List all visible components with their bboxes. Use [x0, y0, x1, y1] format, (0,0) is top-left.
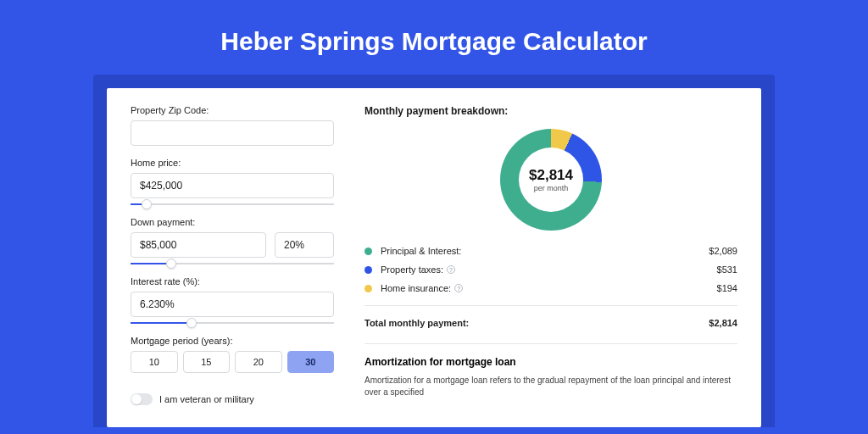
veteran-field: I am veteran or military — [131, 393, 334, 405]
info-icon[interactable]: ? — [447, 265, 455, 274]
price-input[interactable] — [131, 173, 334, 198]
period-option-30[interactable]: 30 — [287, 351, 335, 373]
legend-label-principal: Principal & Interest: — [381, 246, 709, 256]
legend-value-taxes: $531 — [717, 264, 737, 275]
legend-value-principal: $2,089 — [709, 246, 737, 256]
rate-label: Interest rate (%): — [131, 276, 334, 287]
down-label: Down payment: — [131, 217, 334, 227]
breakdown-column: Monthly payment breakdown: $2,814 per mo… — [364, 105, 737, 427]
donut-value: $2,814 — [529, 167, 573, 184]
veteran-toggle[interactable] — [131, 393, 153, 405]
down-percent-input[interactable] — [275, 232, 334, 258]
legend: Principal & Interest: $2,089 Property ta… — [364, 246, 737, 328]
down-field: Down payment: — [131, 217, 334, 264]
period-option-20[interactable]: 20 — [235, 351, 282, 373]
slider-thumb-icon[interactable] — [166, 259, 176, 269]
info-icon[interactable]: ? — [454, 284, 463, 292]
donut-chart: $2,814 per month — [364, 129, 737, 231]
down-slider[interactable] — [131, 263, 334, 264]
donut-sublabel: per month — [534, 184, 569, 192]
period-field: Mortgage period (years): 10 15 20 30 — [131, 336, 334, 373]
rate-input[interactable] — [131, 292, 334, 317]
price-field: Home price: — [131, 158, 334, 205]
dot-icon — [364, 248, 372, 255]
breakdown-title: Monthly payment breakdown: — [364, 105, 737, 117]
legend-label-insurance: Home insurance: ? — [381, 283, 717, 293]
period-option-10[interactable]: 10 — [131, 351, 178, 373]
card-backdrop: Property Zip Code: Home price: Down paym… — [93, 75, 775, 427]
price-label: Home price: — [131, 158, 334, 168]
legend-label-total: Total monthly payment: — [364, 318, 709, 328]
dot-icon — [364, 266, 372, 274]
rate-slider[interactable] — [131, 322, 334, 324]
period-label: Mortgage period (years): — [131, 336, 334, 346]
legend-value-insurance: $194 — [717, 283, 737, 293]
price-slider[interactable] — [131, 203, 334, 205]
amortization-section: Amortization for mortgage loan Amortizat… — [364, 343, 737, 398]
amortization-text: Amortization for a mortgage loan refers … — [364, 375, 737, 398]
zip-label: Property Zip Code: — [131, 105, 334, 115]
calculator-card: Property Zip Code: Home price: Down paym… — [107, 88, 761, 427]
legend-divider — [364, 305, 737, 306]
period-option-15[interactable]: 15 — [183, 351, 231, 373]
legend-row-total: Total monthly payment: $2,814 — [364, 318, 737, 328]
legend-row-taxes: Property taxes: ? $531 — [364, 264, 737, 275]
form-column: Property Zip Code: Home price: Down paym… — [131, 105, 334, 427]
legend-row-principal: Principal & Interest: $2,089 — [364, 246, 737, 256]
slider-thumb-icon[interactable] — [186, 318, 197, 328]
page-title: Heber Springs Mortgage Calculator — [0, 0, 868, 75]
donut-ring: $2,814 per month — [500, 129, 602, 231]
dot-icon — [364, 285, 372, 292]
down-amount-input[interactable] — [131, 232, 266, 258]
legend-value-total: $2,814 — [709, 318, 737, 328]
legend-label-taxes: Property taxes: ? — [381, 264, 717, 275]
slider-thumb-icon[interactable] — [142, 199, 152, 209]
legend-row-insurance: Home insurance: ? $194 — [364, 283, 737, 293]
zip-input[interactable] — [131, 120, 334, 146]
zip-field: Property Zip Code: — [131, 105, 334, 146]
veteran-label: I am veteran or military — [159, 394, 254, 404]
donut-center: $2,814 per month — [519, 147, 583, 212]
amortization-title: Amortization for mortgage loan — [364, 356, 737, 368]
rate-field: Interest rate (%): — [131, 276, 334, 324]
